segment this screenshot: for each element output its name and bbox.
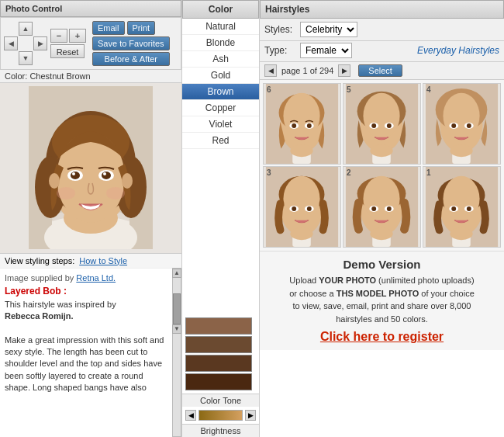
celebrity-name: Rebecca Romijn. bbox=[5, 311, 74, 321]
svg-point-19 bbox=[106, 187, 125, 199]
demo-section: Demo Version Upload YOUR PHOTO (unlimite… bbox=[260, 251, 504, 350]
scroll-down-btn[interactable]: ▼ bbox=[172, 324, 181, 334]
swatch-3[interactable] bbox=[185, 355, 252, 372]
tone-decrease-btn[interactable]: ◀ bbox=[185, 410, 196, 421]
left-panel: Photo Control ▲ ◀ ▶ ▼ − + Reset Email Pr… bbox=[0, 0, 182, 437]
swatch-1[interactable] bbox=[185, 317, 252, 335]
hairstyle-thumb-4[interactable]: 4 bbox=[423, 83, 501, 165]
hairstyle-thumb-3[interactable]: 3 bbox=[263, 166, 341, 248]
desc-scroll-area: Image supplied by Retna Ltd. Layered Bob… bbox=[0, 268, 181, 438]
arrow-up-btn[interactable]: ▲ bbox=[19, 22, 33, 36]
svg-point-16 bbox=[103, 172, 106, 175]
arrow-down-btn[interactable]: ▼ bbox=[19, 51, 33, 65]
before-after-button[interactable]: Before & After bbox=[92, 52, 170, 66]
zoom-row-top: − + bbox=[50, 29, 86, 43]
thumb-face-1 bbox=[423, 167, 500, 247]
styles-label: Styles: bbox=[264, 24, 295, 35]
swatch-2[interactable] bbox=[185, 336, 252, 353]
color-red[interactable]: Red bbox=[182, 133, 259, 149]
color-options-list: Natural Blonde Ash Gold Brown Copper Vio… bbox=[182, 19, 259, 314]
retna-bar: Image supplied by Retna Ltd. bbox=[5, 273, 171, 283]
svg-point-31 bbox=[290, 144, 312, 157]
register-link[interactable]: Click here to register bbox=[269, 330, 495, 344]
tone-slider-container: ◀ ▶ bbox=[182, 407, 259, 424]
arrow-center bbox=[19, 36, 33, 50]
demo-text: Upload YOUR PHOTO (unlimited photo uploa… bbox=[269, 274, 495, 325]
hairstyle-thumb-2[interactable]: 2 bbox=[343, 166, 421, 248]
brightness-label: Brightness bbox=[182, 424, 259, 437]
reset-btn[interactable]: Reset bbox=[50, 44, 85, 58]
arrow-empty-tr bbox=[33, 22, 47, 36]
photo-control-title: Photo Control bbox=[5, 4, 62, 13]
thumb-number-5: 5 bbox=[347, 85, 351, 94]
arrow-pad: ▲ ◀ ▶ ▼ bbox=[4, 22, 47, 65]
next-page-btn[interactable]: ▶ bbox=[338, 64, 350, 77]
svg-point-14 bbox=[102, 172, 111, 179]
zoom-out-btn[interactable]: − bbox=[50, 29, 67, 43]
arrow-empty-br bbox=[33, 51, 47, 65]
demo-title: Demo Version bbox=[269, 258, 495, 271]
color-panel-header: Color bbox=[182, 0, 259, 19]
svg-point-41 bbox=[370, 144, 392, 157]
svg-point-28 bbox=[292, 123, 296, 128]
svg-point-69 bbox=[387, 206, 392, 211]
zoom-controls: − + Reset bbox=[50, 29, 86, 58]
color-panel: Color Natural Blonde Ash Gold Brown Copp… bbox=[182, 0, 260, 437]
print-button[interactable]: Print bbox=[127, 21, 156, 35]
thumb-face-3 bbox=[264, 167, 340, 247]
scroll-up-btn[interactable]: ▲ bbox=[172, 269, 181, 278]
zoom-in-btn[interactable]: + bbox=[69, 29, 86, 43]
thumb-face-5 bbox=[343, 84, 420, 164]
thumb-face-6 bbox=[264, 84, 340, 164]
ths-model-text: THS MODEL PHOTO bbox=[337, 289, 419, 298]
color-blonde[interactable]: Blonde bbox=[182, 35, 259, 51]
svg-point-51 bbox=[450, 144, 472, 157]
color-violet[interactable]: Violet bbox=[182, 116, 259, 133]
arrow-right-btn[interactable]: ▶ bbox=[33, 36, 47, 50]
hairstyle-thumb-5[interactable]: 5 bbox=[343, 83, 421, 165]
how-to-style-link[interactable]: How to Style bbox=[79, 256, 127, 265]
hairstyle-grid: 6 5 bbox=[260, 80, 504, 251]
color-brown[interactable]: Brown bbox=[182, 84, 259, 100]
save-favorites-button[interactable]: Save to Favorites bbox=[92, 36, 170, 50]
tone-increase-btn[interactable]: ▶ bbox=[245, 410, 256, 421]
hairstyle-thumb-6[interactable]: 6 bbox=[263, 83, 341, 165]
photo-control-header: Photo Control bbox=[0, 0, 181, 17]
thumb-number-1: 1 bbox=[426, 168, 431, 177]
color-label: Color: Chestnut Brown bbox=[0, 70, 181, 83]
svg-point-38 bbox=[371, 123, 376, 128]
page-info: page 1 of 294 bbox=[281, 66, 333, 75]
thumb-number-4: 4 bbox=[426, 85, 431, 94]
scroll-thumb[interactable] bbox=[173, 293, 181, 324]
styles-select[interactable]: Celebrity bbox=[300, 22, 357, 37]
svg-point-71 bbox=[370, 227, 392, 240]
svg-point-49 bbox=[467, 123, 471, 128]
color-gold[interactable]: Gold bbox=[182, 68, 259, 84]
svg-point-45 bbox=[443, 93, 479, 139]
email-print-row: Email Print bbox=[92, 21, 170, 35]
everyday-hairstyles-link[interactable]: Everyday Hairstyles bbox=[417, 45, 499, 56]
svg-point-59 bbox=[307, 206, 312, 211]
swatch-4[interactable] bbox=[185, 373, 252, 390]
email-button[interactable]: Email bbox=[92, 21, 125, 35]
arrow-left-btn[interactable]: ◀ bbox=[4, 36, 18, 50]
hairstyle-name: Layered Bob : bbox=[5, 286, 171, 297]
color-natural[interactable]: Natural bbox=[182, 19, 259, 35]
color-tone-label: Color Tone bbox=[182, 394, 259, 407]
retna-link[interactable]: Retna Ltd. bbox=[76, 273, 116, 283]
color-ash[interactable]: Ash bbox=[182, 51, 259, 68]
svg-point-55 bbox=[283, 176, 319, 222]
svg-point-25 bbox=[283, 93, 319, 139]
hairstyles-panel: Hairstyles Styles: Celebrity Type: Femal… bbox=[260, 0, 504, 437]
thumb-face-2 bbox=[343, 167, 420, 247]
styling-steps-label: View styling steps: bbox=[5, 256, 74, 265]
hairstyle-thumb-1[interactable]: 1 bbox=[423, 166, 501, 248]
scrollbar-right[interactable]: ▲ ▼ bbox=[172, 268, 181, 438]
tone-slider[interactable] bbox=[198, 410, 243, 421]
color-copper[interactable]: Copper bbox=[182, 100, 259, 116]
svg-point-35 bbox=[363, 93, 399, 139]
hairstyles-header: Hairstyles bbox=[260, 0, 504, 19]
select-button[interactable]: Select bbox=[358, 64, 402, 77]
type-select[interactable]: Female bbox=[300, 43, 352, 58]
prev-page-btn[interactable]: ◀ bbox=[264, 64, 277, 77]
